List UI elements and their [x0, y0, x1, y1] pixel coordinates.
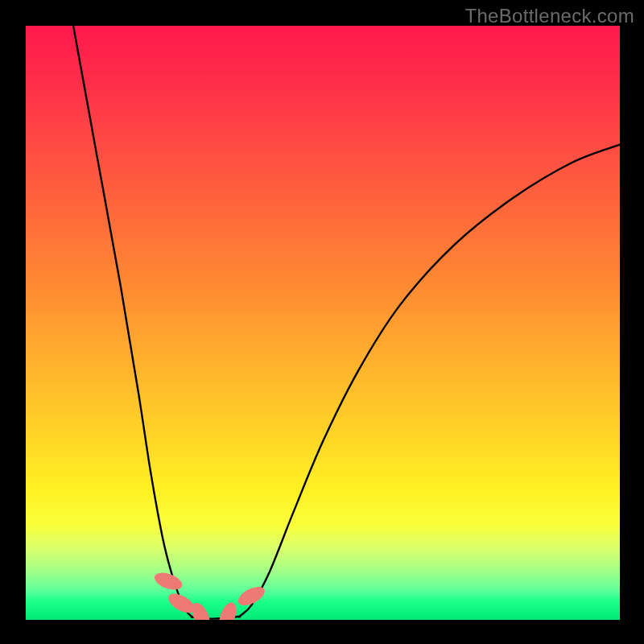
- curve-marker: [152, 569, 184, 592]
- bottleneck-curve: [73, 26, 620, 619]
- curve-markers: [152, 569, 267, 620]
- bottleneck-curve-svg: [26, 26, 620, 620]
- watermark-text: TheBottleneck.com: [464, 5, 634, 27]
- plot-area: [26, 26, 620, 620]
